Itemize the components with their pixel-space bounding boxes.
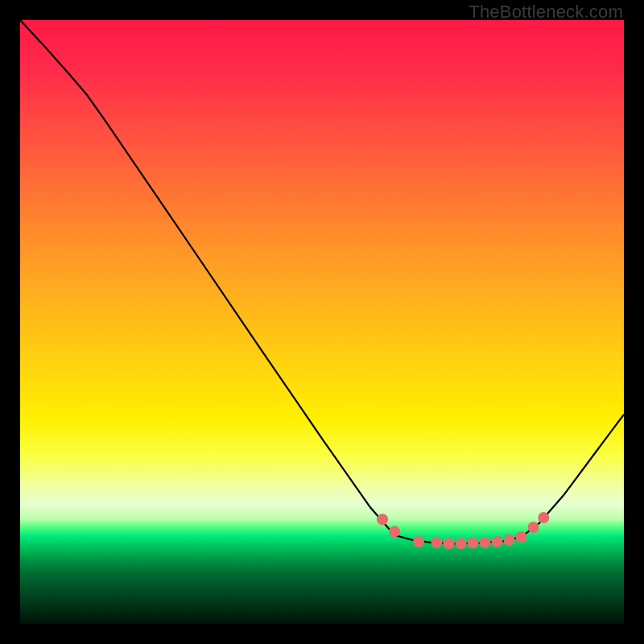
marker-dots-group (377, 512, 549, 549)
marker-dot (538, 512, 549, 523)
marker-dot (528, 522, 539, 533)
plot-area (20, 20, 624, 624)
marker-dot (456, 538, 467, 549)
marker-dot (444, 538, 455, 549)
chart-container: TheBottleneck.com (0, 0, 644, 644)
marker-dot (468, 538, 479, 549)
marker-dot (504, 535, 515, 546)
marker-dot (480, 537, 491, 548)
marker-dot (413, 536, 424, 547)
marker-dot (377, 514, 388, 525)
marker-dot (431, 537, 443, 548)
marker-dot (516, 531, 527, 543)
bottleneck-curve (20, 20, 624, 543)
marker-dot (389, 526, 400, 537)
chart-svg (20, 20, 624, 624)
marker-dot (492, 536, 503, 547)
watermark-text: TheBottleneck.com (469, 2, 623, 23)
